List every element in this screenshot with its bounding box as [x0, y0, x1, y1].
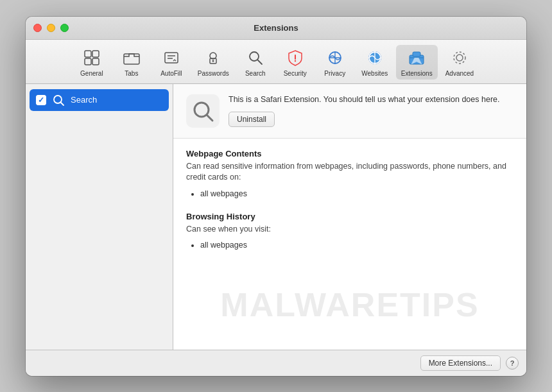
- extension-icon: [186, 94, 220, 128]
- svg-rect-1: [92, 51, 99, 57]
- minimize-button[interactable]: [47, 24, 55, 32]
- toolbar-item-privacy[interactable]: Privacy: [316, 45, 354, 80]
- svg-point-14: [295, 60, 296, 61]
- svg-rect-4: [124, 54, 139, 64]
- permission-browsing-history: Browsing History Can see when you visit:…: [186, 212, 513, 252]
- browsing-history-item-0: all webpages: [200, 239, 513, 251]
- autofill-label: AutoFill: [160, 70, 182, 77]
- advanced-label: Advanced: [445, 70, 474, 77]
- svg-point-27: [456, 55, 463, 61]
- toolbar-item-advanced[interactable]: Advanced: [440, 45, 479, 80]
- sidebar-item-search-ext[interactable]: ✓ Search: [30, 89, 169, 111]
- extension-list-label: Search: [71, 95, 97, 105]
- footer: More Extensions... ?: [26, 350, 526, 376]
- help-button[interactable]: ?: [506, 357, 519, 370]
- extension-description: This is a Safari Extension. You should t…: [229, 94, 513, 106]
- toolbar-item-websites[interactable]: Websites: [356, 45, 393, 80]
- security-label: Security: [284, 70, 307, 77]
- search-label: Search: [245, 70, 266, 77]
- browsing-history-title: Browsing History: [186, 212, 513, 221]
- svg-line-30: [61, 102, 64, 105]
- passwords-label: Passwords: [198, 70, 229, 77]
- svg-point-10: [212, 60, 214, 62]
- webpage-contents-list: all webpages: [200, 187, 513, 200]
- main-window: Extensions General Tabs: [26, 17, 526, 376]
- toolbar-item-security[interactable]: Security: [277, 45, 314, 80]
- tabs-icon: [121, 47, 142, 68]
- toolbar-item-search[interactable]: Search: [237, 45, 274, 80]
- privacy-label: Privacy: [324, 70, 345, 77]
- toolbar-item-extensions[interactable]: Extensions: [396, 45, 438, 80]
- browsing-history-list: all webpages: [200, 239, 513, 251]
- webpage-contents-item-0: all webpages: [200, 187, 513, 200]
- websites-label: Websites: [361, 70, 388, 77]
- search-toolbar-icon: [245, 47, 266, 68]
- advanced-icon: [449, 47, 470, 68]
- privacy-icon: [325, 47, 345, 68]
- content-area: ✓ Search MALWARETIPS: [26, 84, 526, 350]
- toolbar-item-general[interactable]: General: [73, 45, 110, 80]
- passwords-icon: [203, 47, 223, 68]
- extension-checkbox[interactable]: ✓: [36, 95, 46, 105]
- checkmark-icon: ✓: [38, 96, 44, 104]
- titlebar: Extensions: [26, 17, 526, 40]
- window-title: Extensions: [254, 23, 298, 33]
- permission-webpage-contents: Webpage Contents Can read sensitive info…: [186, 149, 513, 200]
- extension-list-icon: [51, 93, 65, 107]
- main-panel: MALWARETIPS This is a Safari Extension. …: [173, 84, 526, 350]
- browsing-history-desc: Can see when you visit:: [186, 224, 513, 235]
- toolbar-item-passwords[interactable]: Passwords: [193, 45, 234, 80]
- websites-icon: [365, 47, 385, 68]
- webpage-contents-title: Webpage Contents: [186, 149, 513, 158]
- extension-header: This is a Safari Extension. You should t…: [173, 84, 526, 139]
- autofill-icon: [161, 47, 182, 68]
- sidebar: ✓ Search: [26, 84, 173, 350]
- svg-line-32: [207, 115, 212, 121]
- window-controls: [33, 24, 69, 32]
- svg-rect-26: [413, 52, 420, 56]
- svg-line-12: [257, 60, 262, 64]
- uninstall-button[interactable]: Uninstall: [229, 112, 275, 127]
- extension-info: This is a Safari Extension. You should t…: [229, 94, 513, 128]
- svg-rect-3: [92, 58, 99, 65]
- extensions-icon: [406, 47, 427, 68]
- toolbar-item-tabs[interactable]: Tabs: [113, 45, 150, 80]
- security-icon: [285, 47, 306, 68]
- tabs-label: Tabs: [125, 70, 138, 77]
- general-icon: [82, 47, 102, 68]
- toolbar-item-autofill[interactable]: AutoFill: [153, 45, 190, 80]
- close-button[interactable]: [33, 24, 42, 32]
- svg-rect-5: [165, 53, 178, 63]
- webpage-contents-desc: Can read sensitive information from webp…: [186, 161, 513, 183]
- svg-rect-2: [85, 58, 91, 65]
- toolbar: General Tabs AutoFill: [26, 40, 526, 84]
- svg-point-28: [454, 52, 465, 64]
- extensions-label: Extensions: [401, 70, 433, 77]
- permissions-section: Webpage Contents Can read sensitive info…: [173, 139, 526, 350]
- maximize-button[interactable]: [60, 24, 69, 32]
- general-label: General: [80, 70, 103, 77]
- svg-rect-0: [85, 51, 91, 57]
- more-extensions-button[interactable]: More Extensions...: [420, 355, 501, 371]
